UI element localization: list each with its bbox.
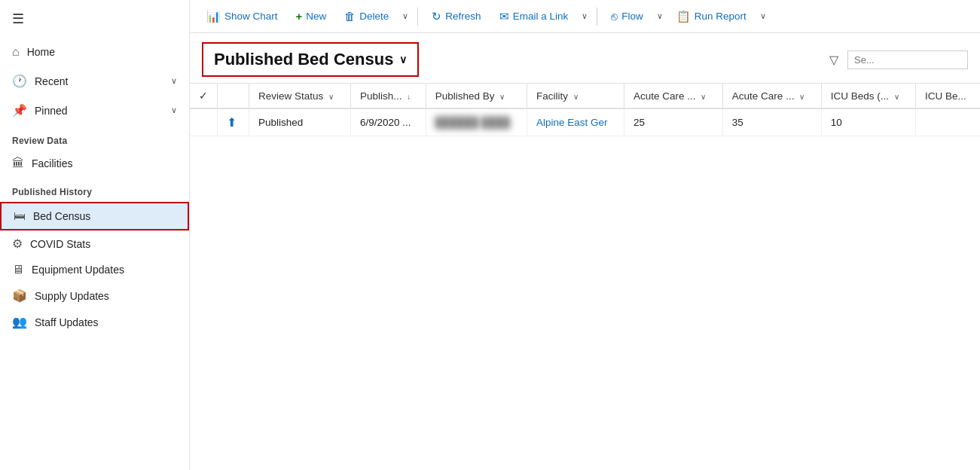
view-title-selector[interactable]: Published Bed Census ∨ bbox=[202, 42, 419, 77]
col-icu-beds-2: ICU Be... bbox=[915, 84, 980, 108]
sidebar: ☰ ⌂ Home 🕐 Recent ∨ 📌 Pinned ∨ Review Da… bbox=[0, 0, 190, 470]
col-publish-date-chevron: ↓ bbox=[407, 93, 411, 101]
col-publish-date[interactable]: Publish... ↓ bbox=[350, 84, 426, 108]
view-title-bar: Published Bed Census ∨ ▽ bbox=[190, 33, 980, 84]
staff-updates-icon: 👥 bbox=[12, 315, 27, 329]
hamburger-icon: ☰ bbox=[12, 11, 24, 26]
pin-icon: 📌 bbox=[12, 103, 27, 118]
sidebar-item-staff-updates[interactable]: 👥 Staff Updates bbox=[0, 309, 189, 335]
col-facility-chevron: ∨ bbox=[573, 93, 579, 101]
col-acute-care-2[interactable]: Acute Care ... ∨ bbox=[722, 84, 821, 108]
sidebar-item-covid-stats[interactable]: ⚙ COVID Stats bbox=[0, 230, 189, 257]
row-acute-care-2: 35 bbox=[722, 108, 821, 136]
row-icu-beds-2 bbox=[915, 108, 980, 136]
search-input[interactable] bbox=[847, 50, 968, 69]
hamburger-menu[interactable]: ☰ bbox=[0, 0, 189, 38]
table-header-row: ✓ Review Status ∨ Publish... ↓ Published… bbox=[190, 84, 980, 108]
col-facility-label: Facility bbox=[536, 90, 568, 102]
home-icon: ⌂ bbox=[12, 45, 20, 59]
col-acute-care-1[interactable]: Acute Care ... ∨ bbox=[624, 84, 722, 108]
sidebar-item-equipment-updates-label: Equipment Updates bbox=[32, 264, 124, 276]
col-icu-beds-1-label: ICU Beds (... bbox=[831, 90, 889, 102]
review-data-section-title: Review Data bbox=[0, 125, 189, 151]
new-label: New bbox=[306, 11, 326, 22]
col-icu-beds-1[interactable]: ICU Beds (... ∨ bbox=[821, 84, 915, 108]
flow-button[interactable]: ⎋ Flow bbox=[603, 6, 651, 26]
facilities-icon: 🏛 bbox=[12, 157, 24, 170]
run-report-dropdown-button[interactable]: ∨ bbox=[757, 8, 769, 25]
col-row-icon bbox=[218, 84, 249, 108]
filter-icon[interactable]: ▽ bbox=[826, 50, 841, 70]
show-chart-label: Show Chart bbox=[224, 11, 278, 22]
run-report-label: Run Report bbox=[695, 11, 746, 22]
col-review-status[interactable]: Review Status ∨ bbox=[249, 84, 351, 108]
toolbar: 📊 Show Chart + New 🗑 Delete ∨ ↻ Refresh … bbox=[190, 0, 980, 33]
table-row[interactable]: ⬆ Published 6/9/2020 ... ██████ ████ Alp… bbox=[190, 108, 980, 136]
col-acute-care-2-label: Acute Care ... bbox=[732, 90, 795, 102]
separator-2 bbox=[597, 8, 597, 26]
published-history-section-title: Published History bbox=[0, 176, 189, 202]
refresh-label: Refresh bbox=[445, 11, 481, 22]
main-content: 📊 Show Chart + New 🗑 Delete ∨ ↻ Refresh … bbox=[190, 0, 980, 470]
refresh-button[interactable]: ↻ Refresh bbox=[424, 6, 488, 27]
sidebar-item-bed-census[interactable]: 🛏 Bed Census bbox=[0, 202, 189, 230]
sidebar-item-home-label: Home bbox=[27, 46, 177, 58]
col-published-by-chevron: ∨ bbox=[499, 93, 505, 101]
content-area: Published Bed Census ∨ ▽ ✓ Review Status… bbox=[190, 33, 980, 470]
col-acute-care-2-chevron: ∨ bbox=[799, 93, 804, 101]
sidebar-item-facilities[interactable]: 🏛 Facilities bbox=[0, 151, 189, 176]
col-acute-care-1-label: Acute Care ... bbox=[633, 90, 696, 102]
col-icu-beds-1-chevron: ∨ bbox=[894, 93, 899, 101]
email-dropdown-button[interactable]: ∨ bbox=[579, 8, 591, 25]
row-facility[interactable]: Alpine East Ger bbox=[527, 108, 624, 136]
sidebar-item-pinned-label: Pinned bbox=[35, 105, 163, 117]
email-link-button[interactable]: ✉ Email a Link bbox=[492, 6, 576, 27]
pinned-chevron-icon: ∨ bbox=[171, 105, 177, 115]
chart-icon: 📊 bbox=[206, 10, 221, 23]
sidebar-item-home[interactable]: ⌂ Home bbox=[0, 38, 189, 66]
equipment-updates-icon: 🖥 bbox=[12, 263, 24, 276]
sidebar-item-bed-census-label: Bed Census bbox=[33, 210, 90, 222]
data-table: ✓ Review Status ∨ Publish... ↓ Published… bbox=[190, 84, 980, 136]
sidebar-item-staff-updates-label: Staff Updates bbox=[35, 316, 99, 328]
sidebar-item-supply-updates-label: Supply Updates bbox=[35, 290, 109, 302]
row-check[interactable] bbox=[190, 108, 218, 136]
col-check[interactable]: ✓ bbox=[190, 84, 218, 108]
sidebar-item-supply-updates[interactable]: 📦 Supply Updates bbox=[0, 282, 189, 309]
flow-icon: ⎋ bbox=[611, 10, 618, 23]
refresh-icon: ↻ bbox=[432, 10, 441, 23]
row-publish-date: 6/9/2020 ... bbox=[350, 108, 426, 136]
run-report-icon: 📋 bbox=[676, 10, 691, 23]
show-chart-button[interactable]: 📊 Show Chart bbox=[199, 6, 285, 27]
col-acute-care-1-chevron: ∨ bbox=[701, 93, 706, 101]
separator-1 bbox=[417, 8, 418, 26]
view-title-text: Published Bed Census bbox=[214, 50, 393, 69]
email-link-label: Email a Link bbox=[513, 11, 569, 22]
new-button[interactable]: + New bbox=[289, 6, 334, 26]
view-title-chevron-icon: ∨ bbox=[399, 53, 407, 66]
delete-label: Delete bbox=[359, 11, 389, 22]
supply-updates-icon: 📦 bbox=[12, 288, 27, 303]
col-published-by[interactable]: Published By ∨ bbox=[426, 84, 527, 108]
row-published-by: ██████ ████ bbox=[426, 108, 527, 136]
delete-button[interactable]: 🗑 Delete bbox=[337, 6, 396, 26]
email-icon: ✉ bbox=[499, 10, 509, 23]
table-container: ✓ Review Status ∨ Publish... ↓ Published… bbox=[190, 84, 980, 470]
sidebar-item-pinned[interactable]: 📌 Pinned ∨ bbox=[0, 96, 189, 125]
row-facility-link[interactable]: Alpine East Ger bbox=[536, 117, 608, 128]
delete-dropdown-button[interactable]: ∨ bbox=[399, 8, 411, 25]
run-report-button[interactable]: 📋 Run Report bbox=[669, 6, 754, 27]
sidebar-item-recent[interactable]: 🕐 Recent ∨ bbox=[0, 66, 189, 96]
row-icu-beds-1: 10 bbox=[821, 108, 915, 136]
recent-icon: 🕐 bbox=[12, 74, 27, 88]
row-acute-care-1: 25 bbox=[624, 108, 722, 136]
sidebar-item-facilities-label: Facilities bbox=[32, 157, 72, 169]
sidebar-item-equipment-updates[interactable]: 🖥 Equipment Updates bbox=[0, 257, 189, 282]
flow-dropdown-button[interactable]: ∨ bbox=[654, 8, 666, 25]
row-up-icon: ⬆ bbox=[227, 116, 237, 129]
bed-census-icon: 🛏 bbox=[14, 209, 26, 223]
delete-icon: 🗑 bbox=[344, 10, 356, 23]
new-icon: + bbox=[296, 10, 303, 23]
col-review-status-label: Review Status bbox=[258, 90, 323, 102]
col-facility[interactable]: Facility ∨ bbox=[527, 84, 624, 108]
